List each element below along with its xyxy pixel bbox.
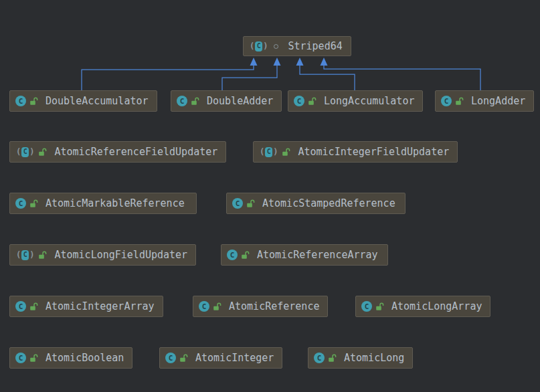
class-node-striped64[interactable]: (C)Striped64 (243, 36, 351, 56)
class-icon: C (294, 96, 304, 106)
class-name-label: AtomicIntegerArray (46, 302, 155, 312)
class-name-label: LongAdder (471, 96, 525, 106)
class-name-label: AtomicIntegerFieldUpdater (298, 147, 449, 157)
class-node-atomic-markable-reference[interactable]: CAtomicMarkableReference (9, 193, 197, 214)
public-lock-icon (38, 148, 47, 157)
class-name-label: DoubleAccumulator (46, 96, 149, 106)
inheritance-edge-long-adder-extends-striped64 (321, 58, 481, 90)
class-icon: C (165, 353, 176, 363)
class-node-atomic-reference-array[interactable]: CAtomicReferenceArray (221, 244, 388, 266)
inheritance-arrowhead (250, 58, 258, 66)
class-node-atomic-integer-field-updater[interactable]: (C)AtomicIntegerFieldUpdater (253, 141, 458, 163)
class-node-atomic-long-array[interactable]: CAtomicLongArray (355, 296, 490, 317)
class-icon: C (199, 301, 209, 312)
class-name-label: AtomicLongArray (391, 302, 482, 312)
class-name-label: AtomicReferenceArray (257, 250, 378, 260)
public-lock-icon (246, 199, 255, 208)
public-lock-icon (328, 354, 337, 363)
class-name-label: LongAccumulator (324, 96, 414, 106)
class-node-long-adder[interactable]: CLongAdder (435, 90, 534, 112)
class-name-label: AtomicMarkableReference (46, 199, 185, 209)
class-icon: C (361, 301, 372, 312)
public-lock-icon (179, 354, 188, 363)
class-node-atomic-long[interactable]: CAtomicLong (308, 347, 413, 369)
public-lock-icon (29, 354, 38, 363)
inheritance-edge-double-accumulator-extends-striped64 (82, 58, 258, 90)
class-node-atomic-stamped-reference[interactable]: CAtomicStampedReference (226, 193, 406, 214)
public-lock-icon (241, 251, 250, 260)
class-icon: C (15, 301, 26, 312)
class-icon: C (232, 198, 243, 209)
public-lock-icon (29, 97, 38, 106)
class-icon: C (15, 96, 26, 106)
abstract-class-icon: (C) (15, 147, 35, 157)
public-lock-icon (375, 302, 384, 311)
inheritance-arrowhead (296, 58, 304, 66)
class-name-label: AtomicReferenceFieldUpdater (54, 147, 217, 157)
inheritance-edge-long-accumulator-extends-striped64 (296, 58, 355, 90)
public-lock-icon (455, 97, 464, 106)
inheritance-arrowhead (274, 58, 281, 66)
class-icon: C (441, 96, 452, 106)
public-lock-icon (308, 97, 317, 106)
public-lock-icon (191, 97, 199, 106)
class-node-double-adder[interactable]: CDoubleAdder (171, 90, 282, 112)
class-name-label: Striped64 (288, 41, 342, 52)
class-name-label: AtomicLong (344, 353, 404, 363)
class-name-label: AtomicLongFieldUpdater (54, 250, 187, 260)
class-node-double-accumulator[interactable]: CDoubleAccumulator (9, 90, 157, 112)
class-node-atomic-reference-field-updater[interactable]: (C)AtomicReferenceFieldUpdater (9, 141, 226, 163)
public-lock-icon (29, 199, 38, 208)
class-node-atomic-reference[interactable]: CAtomicReference (193, 296, 328, 317)
diagram-canvas[interactable]: (C)Striped64CDoubleAccumulatorCDoubleAdd… (0, 0, 540, 392)
class-name-label: AtomicReference (229, 302, 319, 312)
class-node-atomic-long-field-updater[interactable]: (C)AtomicLongFieldUpdater (9, 244, 196, 266)
class-icon: C (314, 353, 325, 363)
abstract-class-icon: (C) (259, 147, 278, 157)
public-lock-icon (282, 148, 290, 157)
abstract-class-icon: (C) (15, 250, 35, 260)
public-lock-icon (213, 302, 221, 311)
class-icon: C (15, 353, 26, 363)
class-icon: C (227, 250, 238, 260)
inheritance-arrowhead (321, 58, 328, 66)
public-lock-icon (29, 302, 38, 311)
inheritance-edge-double-adder-extends-striped64 (222, 58, 281, 90)
abstract-class-icon: (C) (249, 41, 268, 52)
class-name-label: AtomicBoolean (46, 353, 124, 363)
class-node-long-accumulator[interactable]: CLongAccumulator (288, 90, 423, 112)
class-name-label: AtomicStampedReference (262, 199, 395, 209)
class-icon: C (177, 96, 187, 106)
class-node-atomic-integer[interactable]: CAtomicInteger (159, 347, 282, 369)
class-icon: C (15, 198, 26, 209)
class-name-label: AtomicInteger (195, 353, 274, 363)
class-node-atomic-integer-array[interactable]: CAtomicIntegerArray (9, 296, 163, 317)
package-private-icon (272, 44, 280, 49)
class-node-atomic-boolean[interactable]: CAtomicBoolean (9, 347, 132, 369)
public-lock-icon (38, 251, 47, 260)
class-name-label: DoubleAdder (207, 96, 273, 106)
